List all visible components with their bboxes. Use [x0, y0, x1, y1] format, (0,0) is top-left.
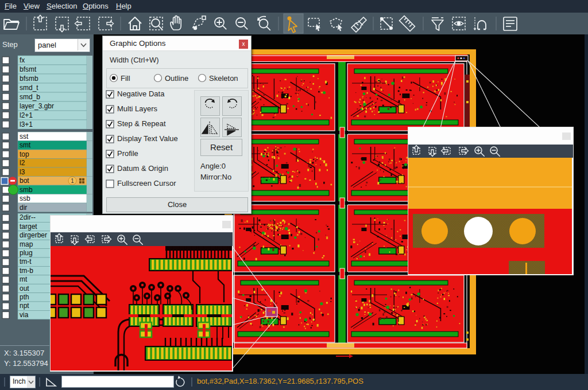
svg-text:smt: smt: [20, 141, 31, 149]
svg-text:top: top: [20, 150, 29, 158]
svg-text:1: 1: [71, 178, 74, 184]
svg-text:l3: l3: [20, 168, 25, 176]
svg-text:tm-b: tm-b: [20, 267, 33, 275]
svg-text:target: target: [20, 223, 37, 231]
svg-text:bfsmb: bfsmb: [20, 75, 38, 83]
svg-text:dir: dir: [20, 204, 27, 212]
svg-text:Outline: Outline: [165, 74, 188, 83]
svg-text:smd_t: smd_t: [20, 84, 38, 92]
svg-text:pth: pth: [20, 293, 29, 301]
svg-text:Fill: Fill: [121, 74, 130, 83]
svg-text:tm-t: tm-t: [20, 258, 32, 266]
svg-text:sst: sst: [20, 132, 29, 141]
svg-text:Skeleton: Skeleton: [209, 74, 238, 83]
svg-text:smb: smb: [20, 186, 33, 194]
svg-text:mt: mt: [20, 275, 28, 283]
svg-text:bfsmt: bfsmt: [20, 65, 37, 73]
svg-text:l2+1: l2+1: [20, 111, 33, 119]
svg-text:via: via: [20, 311, 29, 319]
svg-text:dirgerber: dirgerber: [20, 231, 47, 239]
svg-text:l3+1: l3+1: [20, 120, 33, 128]
svg-text:2dir--: 2dir--: [20, 213, 36, 221]
svg-text:plug: plug: [20, 249, 33, 257]
svg-text:out: out: [20, 284, 29, 292]
svg-text:l2: l2: [20, 159, 25, 167]
svg-text:layer_3.gbr: layer_3.gbr: [20, 102, 54, 110]
svg-text:bot: bot: [20, 177, 29, 185]
svg-text:fx: fx: [20, 56, 25, 64]
svg-text:smd_b: smd_b: [20, 93, 40, 101]
svg-text:map: map: [20, 240, 33, 248]
svg-text:ssb: ssb: [20, 194, 30, 202]
svg-text:npt: npt: [20, 302, 29, 310]
